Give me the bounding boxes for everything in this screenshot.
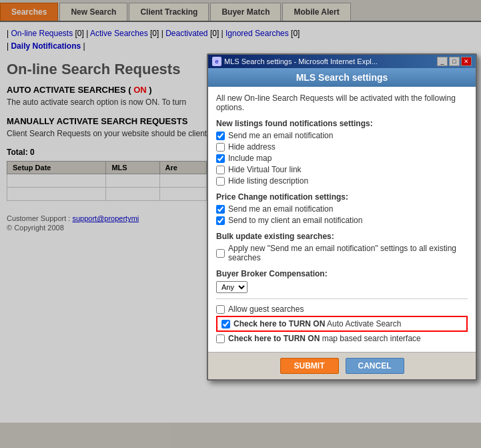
auto-activate-row-label: Check here to TURN ON Auto Activate Sear… [233,319,401,328]
hide-listing-desc-label: Hide listing description [228,176,308,186]
modal-titlebar-left: e MLS Search settings - Microsoft Intern… [212,57,378,66]
submit-button[interactable]: SUBMIT [280,358,339,374]
auto-activate-row: Check here to TURN ON Auto Activate Sear… [216,316,468,332]
auto-activate-bold-label: Check here to TURN ON [233,319,325,328]
checkbox-hide-address: Hide address [216,142,468,152]
buyer-broker-select-row: Any 1% 2% 3% [216,281,468,293]
allow-guest-checkbox[interactable] [216,305,225,314]
modal-titlebar-icon: e [212,57,221,66]
cancel-button[interactable]: CANCEL [346,358,404,374]
checkbox-include-map: Include map [216,154,468,163]
checkbox-bulk-update: Apply new "Send me an email notification… [216,244,468,262]
checkbox-hide-virtual-tour: Hide Virtual Tour link [216,165,468,174]
hide-address-checkbox[interactable] [216,143,225,152]
map-based-label: Check here to TURN ON map based search i… [228,334,421,343]
bulk-update-label: Apply new "Send me an email notification… [228,244,468,262]
modal-titlebar-title: MLS Search settings - Microsoft Internet… [224,57,378,65]
auto-activate-checkbox[interactable] [221,320,230,328]
modal-intro: All new On-line Search Requests will be … [216,93,468,112]
include-map-label: Include map [228,154,272,163]
include-map-checkbox[interactable] [216,154,225,163]
checkbox-allow-guest: Allow guest searches [216,304,468,314]
new-listings-section-title: New listings found notifications setting… [216,119,468,128]
client-email-checkbox[interactable] [216,216,225,225]
auto-activate-rest-label: Auto Activate Search [327,319,401,328]
price-email-label: Send me an email notification [228,204,333,214]
checkbox-map-based: Check here to TURN ON map based search i… [216,334,468,343]
minimize-button[interactable]: _ [437,57,448,66]
modal-body: All new On-line Search Requests will be … [208,87,476,352]
price-change-section-title: Price Change notification settings: [216,192,468,202]
modal-header-title: MLS Search settings [296,72,388,83]
modal-header: MLS Search settings [208,68,476,87]
buyer-broker-section-title: Buyer Broker Compensation: [216,269,468,278]
checkbox-price-email: Send me an email notification [216,204,468,214]
checkbox-send-email: Send me an email notification [216,131,468,140]
close-button[interactable]: ✕ [461,57,472,66]
checkbox-client-email: Send to my client an email notification [216,216,468,225]
divider-1 [216,298,468,299]
modal-footer: SUBMIT CANCEL [208,352,476,379]
checkbox-hide-listing-desc: Hide listing description [216,176,468,186]
hide-listing-desc-checkbox[interactable] [216,177,225,186]
send-email-label: Send me an email notification [228,131,333,140]
send-email-checkbox[interactable] [216,132,225,140]
bulk-update-section-title: Bulk update existing searches: [216,232,468,241]
modal-titlebar-controls: _ □ ✕ [437,57,472,66]
hide-virtual-tour-label: Hide Virtual Tour link [228,165,302,174]
map-based-checkbox[interactable] [216,334,225,343]
hide-address-label: Hide address [228,142,276,152]
modal-dialog: e MLS Search settings - Microsoft Intern… [207,53,477,381]
buyer-broker-dropdown[interactable]: Any 1% 2% 3% [216,281,248,293]
modal-titlebar: e MLS Search settings - Microsoft Intern… [208,55,476,68]
allow-guest-label: Allow guest searches [228,304,304,314]
price-email-checkbox[interactable] [216,205,225,214]
hide-virtual-tour-checkbox[interactable] [216,166,225,174]
maximize-button[interactable]: □ [449,57,460,66]
bulk-update-checkbox[interactable] [216,249,225,258]
client-email-label: Send to my client an email notification [228,216,362,225]
